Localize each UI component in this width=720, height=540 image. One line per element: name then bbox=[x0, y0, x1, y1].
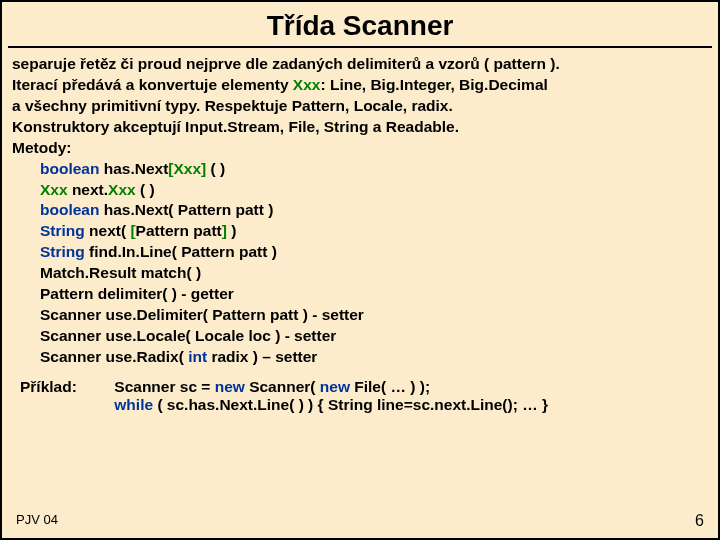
method-row: Pattern delimiter( ) - getter bbox=[40, 284, 708, 305]
text: Pattern patt bbox=[136, 222, 222, 239]
intro-line-2: Iterací předává a konvertuje elementy Xx… bbox=[12, 75, 708, 96]
text: Scanner use.Radix( bbox=[40, 348, 188, 365]
type-keyword: boolean bbox=[40, 201, 99, 218]
text: has.Next( Pattern patt ) bbox=[99, 201, 273, 218]
new-keyword: new bbox=[215, 378, 245, 395]
text: File( bbox=[350, 378, 390, 395]
methods-block: boolean has.Next[Xxx] ( ) Xxx next.Xxx (… bbox=[12, 159, 708, 368]
text: : Line, Big.Integer, Big.Decimal bbox=[320, 76, 547, 93]
ellipsis: … bbox=[390, 378, 406, 395]
method-row: Xxx next.Xxx ( ) bbox=[40, 180, 708, 201]
type-keyword: String bbox=[40, 222, 85, 239]
text: ) ); bbox=[406, 378, 430, 395]
xxx-keyword: [Xxx] bbox=[168, 160, 206, 177]
method-row: Scanner use.Locale( Locale loc ) - sette… bbox=[40, 326, 708, 347]
xxx-keyword: Xxx bbox=[108, 181, 136, 198]
method-row: boolean has.Next[Xxx] ( ) bbox=[40, 159, 708, 180]
text: find.In.Line( Pattern patt ) bbox=[85, 243, 277, 260]
xxx-keyword: Xxx bbox=[293, 76, 321, 93]
slide-title: Třída Scanner bbox=[8, 2, 712, 48]
intro-line-4: Konstruktory akceptují Input.Stream, Fil… bbox=[12, 117, 708, 138]
page-number: 6 bbox=[695, 512, 704, 530]
example-label: Příklad: bbox=[20, 378, 110, 396]
example-block: Příklad: Scanner sc = new Scanner( new F… bbox=[2, 368, 718, 414]
method-row: Scanner use.Delimiter( Pattern patt ) - … bbox=[40, 305, 708, 326]
text: Scanner sc = bbox=[114, 378, 214, 395]
text: has.Next bbox=[99, 160, 168, 177]
text: ( ) bbox=[136, 181, 155, 198]
type-keyword: String bbox=[40, 243, 85, 260]
xxx-keyword: Xxx bbox=[40, 181, 68, 198]
while-keyword: while bbox=[114, 396, 153, 413]
type-keyword: boolean bbox=[40, 160, 99, 177]
method-row: String next( [Pattern patt] ) bbox=[40, 221, 708, 242]
method-row: Scanner use.Radix( int radix ) – setter bbox=[40, 347, 708, 368]
intro-line-3: a všechny primitivní typy. Respektuje Pa… bbox=[12, 96, 708, 117]
slide-footer: PJV 04 6 bbox=[16, 512, 704, 530]
text: radix ) – setter bbox=[207, 348, 317, 365]
ellipsis: … bbox=[522, 396, 538, 413]
text: } bbox=[538, 396, 548, 413]
text: next. bbox=[68, 181, 108, 198]
footer-left: PJV 04 bbox=[16, 512, 58, 527]
intro-line-1: separuje řetěz či proud nejprve dle zada… bbox=[12, 54, 708, 75]
text: Iterací předává a konvertuje elementy bbox=[12, 76, 293, 93]
method-row: Match.Result match( ) bbox=[40, 263, 708, 284]
type-keyword: int bbox=[188, 348, 207, 365]
text: ( ) bbox=[206, 160, 225, 177]
slide-content: separuje řetěz či proud nejprve dle zada… bbox=[2, 48, 718, 368]
method-row: String find.In.Line( Pattern patt ) bbox=[40, 242, 708, 263]
example-body: Scanner sc = new Scanner( new File( … ) … bbox=[114, 378, 548, 414]
text: next( bbox=[85, 222, 131, 239]
text: ) bbox=[227, 222, 236, 239]
text: Scanner( bbox=[245, 378, 320, 395]
text: ( sc.has.Next.Line( ) ) { String line=sc… bbox=[153, 396, 522, 413]
slide: Třída Scanner separuje řetěz či proud ne… bbox=[0, 0, 720, 540]
new-keyword: new bbox=[320, 378, 350, 395]
method-row: boolean has.Next( Pattern patt ) bbox=[40, 200, 708, 221]
intro-line-5: Metody: bbox=[12, 138, 708, 159]
